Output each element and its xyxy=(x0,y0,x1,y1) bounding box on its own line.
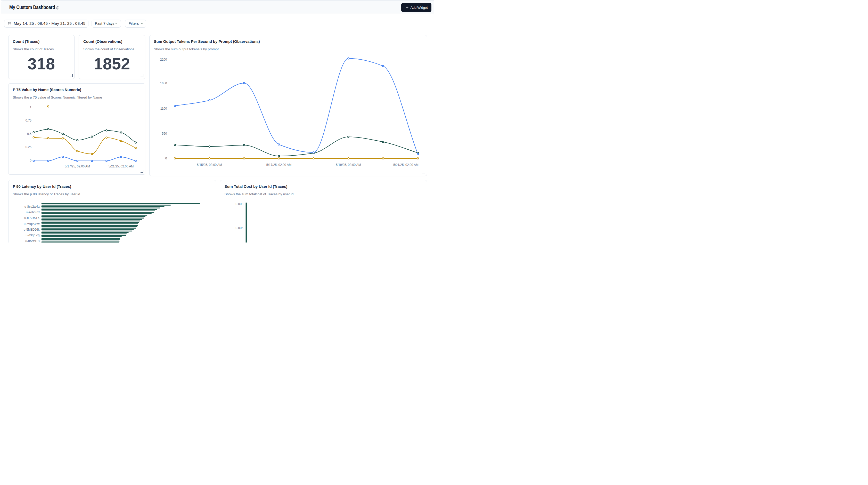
svg-text:0: 0 xyxy=(30,159,31,162)
svg-text:1650: 1650 xyxy=(160,82,167,85)
svg-text:0.006: 0.006 xyxy=(236,226,243,230)
svg-text:u-aobnuxf: u-aobnuxf xyxy=(26,211,40,214)
svg-text:1: 1 xyxy=(30,105,31,109)
svg-text:0.008: 0.008 xyxy=(236,202,243,206)
svg-text:1100: 1100 xyxy=(160,107,167,111)
svg-text:u-8sq2w4a: u-8sq2w4a xyxy=(24,205,39,208)
svg-text:u-5M8D56k: u-5M8D56k xyxy=(24,228,40,232)
svg-text:550: 550 xyxy=(162,132,167,135)
svg-text:u-zVqP3hw: u-zVqP3hw xyxy=(24,222,40,226)
svg-text:5/21/25, 02:00 AM: 5/21/25, 02:00 AM xyxy=(108,164,133,168)
svg-text:5/19/25, 02:00 AM: 5/19/25, 02:00 AM xyxy=(336,163,361,166)
svg-text:5/17/25, 02:00 AM: 5/17/25, 02:00 AM xyxy=(266,163,291,166)
svg-text:5/15/25, 02:00 AM: 5/15/25, 02:00 AM xyxy=(197,163,222,166)
svg-text:0.5: 0.5 xyxy=(27,132,31,135)
svg-text:0.75: 0.75 xyxy=(25,119,31,122)
svg-text:u-8fVa9T3: u-8fVa9T3 xyxy=(25,239,39,243)
svg-text:0.25: 0.25 xyxy=(25,145,31,149)
svg-text:u-tFAR5TX: u-tFAR5TX xyxy=(24,216,39,220)
svg-text:u-d3qr5cg: u-d3qr5cg xyxy=(26,234,39,237)
svg-text:0: 0 xyxy=(165,157,167,160)
svg-text:2200: 2200 xyxy=(160,58,167,61)
svg-text:5/17/25, 02:00 AM: 5/17/25, 02:00 AM xyxy=(65,164,90,168)
svg-text:5/21/25, 02:00 AM: 5/21/25, 02:00 AM xyxy=(393,163,418,166)
